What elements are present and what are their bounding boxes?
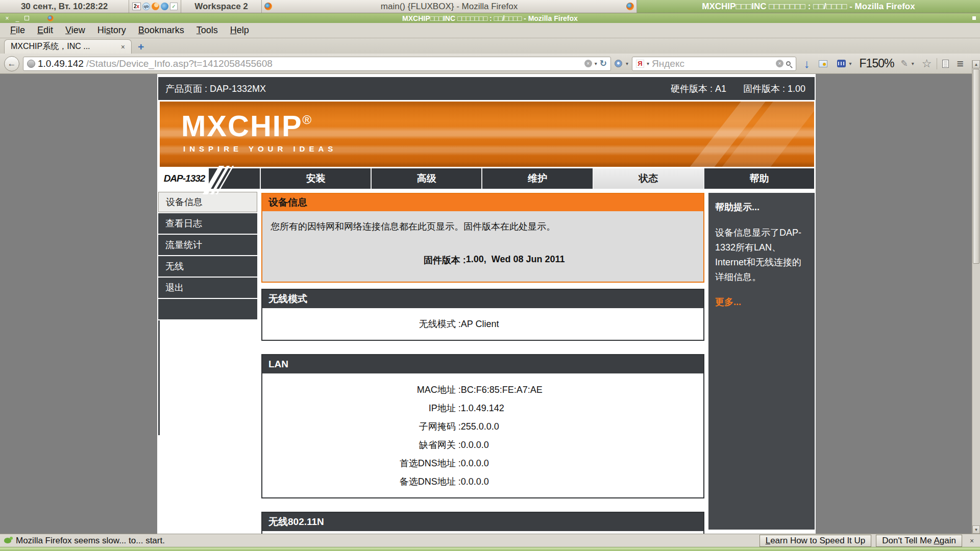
device-info-description: 您所有的因特网和网络连接信息都在此页显示。固件版本在此处显示。 [271,220,695,233]
tab-maintenance[interactable]: 维护 [481,168,592,189]
search-engine-dropdown-icon[interactable]: ▾ [647,61,649,66]
tab-mxchip[interactable]: MXCHIP系统，INC ... × [4,39,132,54]
bookmark-star-icon[interactable]: ☆ [922,59,932,69]
notification-close-icon[interactable]: × [967,537,977,545]
tab-setup[interactable]: 安装 [260,168,371,189]
back-button[interactable]: ← [4,56,19,71]
scroll-down-icon[interactable]: ▼ [972,525,980,534]
site-identity-globe-icon[interactable] [27,60,35,68]
taskbar-clock: 30 сент., Вт. 10:28:22 [0,0,129,13]
qbittorrent-tray-icon[interactable]: qb [142,3,150,10]
firefox-icon [264,3,272,10]
yandex-search-engine-icon[interactable]: Я [636,60,644,68]
menu-history[interactable]: History [91,25,132,36]
quill-icon[interactable]: ✎ [900,58,908,69]
thunderbird-tray-icon[interactable] [161,3,168,10]
dont-tell-me-again-button[interactable]: Don't Tell Me Again [876,535,962,547]
model-badge-region: DAP-1332 [160,168,260,189]
sidebar-item-device-info[interactable]: 设备信息 [158,192,257,212]
quill-dropdown-icon[interactable]: ▾ [912,61,914,66]
lan-title: LAN [262,355,703,373]
wireless-mode-body: 无线模式 : AP Client [262,308,703,340]
page-body: 设备信息 查看日志 流量统计 无线 退出 设备信息 您所有的因特网和网络连接信息… [157,192,816,534]
learn-speed-up-button[interactable]: Learn How to Speed It Up [760,535,872,547]
help-panel: 帮助提示... 设备信息显示了DAP-1332所有LAN、 Internet和无… [708,193,815,530]
device-info-section: 设备信息 您所有的因特网和网络连接信息都在此页显示。固件版本在此处显示。 固件版… [261,193,704,283]
firmware-version-label: 固件版本 : 1.00 [743,84,805,94]
menu-bookmarks[interactable]: Bookmarks [132,25,190,36]
toolbar-divider [937,58,937,69]
clear-url-icon[interactable]: × [584,60,592,67]
url-bar[interactable]: 1.0.49.142 /Status/Device_Info.asp?t=141… [23,57,611,71]
notification-bar: Mozilla Firefox seems slow... to... star… [0,534,980,547]
wireless-mode-label: 无线模式 : [262,315,461,333]
sidebar-item-logout[interactable]: 退出 [158,278,257,298]
wireless-n-section: 无线802.11N [261,512,704,534]
firefox-icon [626,3,634,10]
swoosh-tray-icon[interactable] [152,3,159,10]
workspace-indicator[interactable]: Workspace 2 [181,0,262,13]
sidebar-spacer [158,299,257,319]
shade-window-icon[interactable] [972,16,976,20]
sidebar-menu: 设备信息 查看日志 流量统计 无线 退出 [158,192,257,435]
wireless-mode-title: 无线模式 [262,290,703,308]
tab-help[interactable]: 帮助 [703,168,814,189]
hardware-version-label: 硬件版本 : A1 [671,84,726,94]
page-nav-tabs: DAP-1332 安装 高级 维护 状态 帮助 [160,168,814,189]
firefox-menubar: File Edit View History Bookmarks Tools H… [0,23,980,38]
menu-tools[interactable]: Tools [190,25,224,36]
search-clear-icon[interactable]: × [776,60,783,67]
bottom-window-strip [0,547,980,551]
browser-viewport: 产品页面 : DAP-1332MX 硬件版本 : A1 固件版本 : 1.00 … [0,74,980,534]
dropbox-tray-icon[interactable]: ✓ [170,3,178,10]
menu-view[interactable]: View [59,25,91,36]
clipboard-icon[interactable] [942,60,949,68]
router-admin-page: 产品页面 : DAP-1332MX 硬件版本 : A1 固件版本 : 1.00 … [157,74,816,534]
search-icon[interactable] [786,61,791,66]
menu-help[interactable]: Help [224,25,255,36]
lan-row: 子网掩码 :255.0.0.0 [262,417,703,436]
hamburger-menu-icon[interactable]: ≡ [957,58,963,69]
url-host: 1.0.49.142 [38,58,84,69]
reload-icon[interactable]: ↻ [600,58,607,69]
search-input[interactable] [652,58,773,69]
abe-extension-icon[interactable] [837,60,846,67]
search-bar[interactable]: Я ▾ × [632,57,796,71]
geolocation-icon[interactable] [615,60,622,67]
firmware-line-label: 固件版本 : [271,254,466,266]
help-title: 帮助提示... [715,201,808,213]
password-manager-icon[interactable] [819,60,827,67]
zoom-indicator[interactable]: F150% [860,57,894,70]
mxchip-banner: MXCHIP® INSPIRE YOUR IDEAS [160,102,814,167]
2x-tray-icon[interactable]: 2x [132,3,141,10]
product-page-label: 产品页面 : DAP-1332MX [165,83,266,95]
downloads-icon[interactable]: ↓ [804,58,810,69]
fluxbox-taskbar: 30 сент., Вт. 10:28:22 2x qb ✓ Workspace… [0,0,980,13]
firmware-version-line: 固件版本 : 1.00, Wed 08 Jun 2011 [271,254,695,266]
new-tab-icon[interactable]: + [138,42,144,52]
menu-edit[interactable]: Edit [31,25,59,36]
tab-advanced[interactable]: 高级 [371,168,481,189]
sidebar-item-view-log[interactable]: 查看日志 [158,213,257,234]
geolocation-dropdown-icon[interactable]: ▾ [626,61,628,66]
abe-dropdown-icon[interactable]: ▾ [849,61,852,66]
tab-status[interactable]: 状态 [593,168,703,189]
lan-section: LAN MAC地址 :BC:F6:85:FE:A7:AE IP地址 :1.0.4… [261,354,704,498]
help-column: 帮助提示... 设备信息显示了DAP-1332所有LAN、 Internet和无… [708,192,815,530]
scroll-up-icon[interactable]: ▲ [972,60,980,68]
tab-close-icon[interactable]: × [121,43,125,51]
taskbar-window-main[interactable]: main() {FLUXBOX} - Mozilla Firefox [262,0,637,13]
wireless-mode-value: AP Client [461,315,703,333]
vertical-scrollbar[interactable]: ▲ ▼ [972,60,980,534]
version-labels: 硬件版本 : A1 固件版本 : 1.00 [656,83,805,95]
help-more-link[interactable]: 更多... [715,296,741,308]
taskbar-window-active[interactable]: MXCHIP□□□INC □□□□□□□ : □□/□□□□ - Mozilla… [637,0,980,13]
menu-file[interactable]: File [4,25,31,36]
scrollbar-thumb[interactable] [973,69,979,264]
url-dropdown-icon[interactable]: ▾ [595,61,597,66]
sidebar-item-wireless[interactable]: 无线 [158,256,257,277]
sidebar-item-traffic-stats[interactable]: 流量统计 [158,235,257,255]
mxchip-logo: MXCHIP® [181,109,311,143]
tab-bar: MXCHIP系统，INC ... × + [0,38,980,54]
wireless-n-title: 无线802.11N [262,513,703,531]
